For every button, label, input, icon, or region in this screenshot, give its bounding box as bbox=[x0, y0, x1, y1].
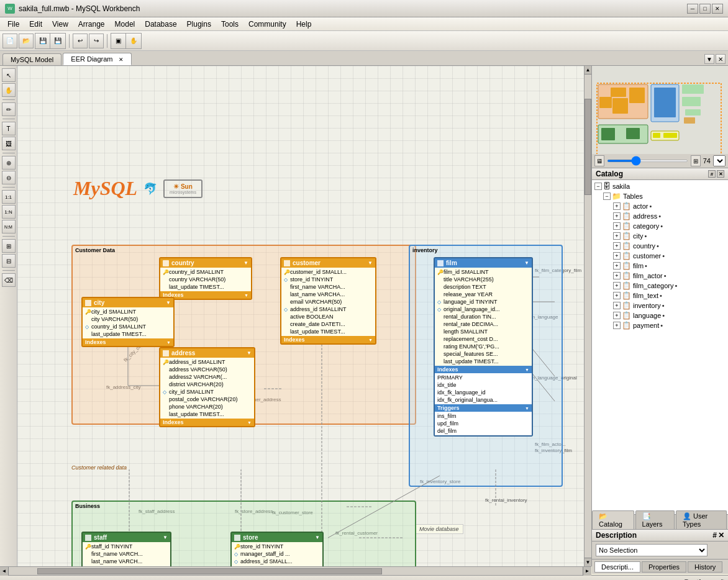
menu-file[interactable]: File bbox=[2, 19, 24, 30]
open-button[interactable]: 📂 bbox=[19, 34, 34, 48]
address-dropdown-icon[interactable]: ▼ bbox=[247, 350, 252, 356]
tree-expand-language[interactable]: + bbox=[613, 312, 621, 319]
hscroll-track[interactable] bbox=[9, 567, 583, 575]
tree-item-country[interactable]: + 📋 country • bbox=[593, 241, 727, 251]
catalog-tab-user-types[interactable]: 👤 User Types bbox=[676, 510, 727, 529]
city-indexes-header[interactable]: Indexes▼ bbox=[83, 338, 173, 346]
menu-plugins[interactable]: Plugins bbox=[182, 19, 216, 30]
zoom-out-btn[interactable]: 🖥 bbox=[594, 155, 604, 166]
film-indexes-header[interactable]: Indexes▼ bbox=[435, 366, 532, 373]
desc-close-button[interactable]: ✕ bbox=[718, 531, 724, 540]
tree-item-tables[interactable]: − 📁 Tables bbox=[593, 191, 727, 201]
zoom-in-tool[interactable]: ⊕ bbox=[2, 156, 16, 170]
indexes-dropdown-icon[interactable]: ▼ bbox=[247, 420, 252, 425]
city-table[interactable]: city ▼ 🔑city_id SMALLINT city VARCHAR(50… bbox=[81, 297, 175, 347]
country-dropdown-icon[interactable]: ▼ bbox=[243, 260, 248, 266]
arrow-tool[interactable]: ↖ bbox=[2, 68, 16, 82]
tree-expand-category[interactable]: + bbox=[613, 222, 621, 230]
country-table[interactable]: country ▼ 🔑country_id SMALLINT country V… bbox=[159, 257, 252, 300]
address-table[interactable]: address ▼ 🔑address_id SMALLINT address V… bbox=[159, 347, 255, 427]
tree-expand-film-actor[interactable]: + bbox=[613, 272, 621, 279]
undo-button[interactable]: ↩ bbox=[73, 34, 88, 48]
bottom-tab-properties[interactable]: Properties bbox=[642, 561, 686, 573]
tree-expand-address[interactable]: + bbox=[613, 212, 621, 220]
tree-item-city[interactable]: + 📋 city • bbox=[593, 231, 727, 241]
menu-community[interactable]: Community bbox=[243, 19, 291, 30]
window-controls[interactable]: ─ □ ✕ bbox=[687, 4, 723, 14]
tree-item-film-text[interactable]: + 📋 film_text • bbox=[593, 291, 727, 301]
indexes-dropdown-icon[interactable]: ▼ bbox=[244, 293, 248, 297]
desc-pin-button[interactable]: # bbox=[712, 531, 717, 540]
tree-expand-tables[interactable]: − bbox=[603, 193, 611, 200]
pan-tool[interactable]: ✋ bbox=[2, 83, 16, 97]
canvas-area[interactable]: Customer Data Customer related data inve… bbox=[17, 66, 591, 566]
catalog-tab-layers[interactable]: 📑 Layers bbox=[635, 510, 675, 529]
tree-expand-film[interactable]: + bbox=[613, 262, 621, 270]
menu-edit[interactable]: Edit bbox=[24, 19, 47, 30]
pencil-tool[interactable]: ✏ bbox=[2, 102, 16, 116]
relation3-tool[interactable]: N:M bbox=[2, 220, 16, 233]
new-button[interactable]: 📄 bbox=[2, 34, 17, 48]
tree-item-payment[interactable]: + 📋 payment • bbox=[593, 320, 727, 330]
store-dropdown-icon[interactable]: ▼ bbox=[315, 535, 320, 540]
scroll-left-button[interactable]: ◄ bbox=[0, 567, 9, 576]
tree-item-language[interactable]: + 📋 language • bbox=[593, 310, 727, 320]
bottom-tab-history[interactable]: History bbox=[688, 561, 722, 573]
close-button[interactable]: ✕ bbox=[712, 4, 723, 14]
film-table[interactable]: film ▼ 🔑film_id SMALLINT title VARCHAR(2… bbox=[434, 257, 533, 437]
tree-item-film-actor[interactable]: + 📋 film_actor • bbox=[593, 271, 727, 281]
tab-mysql-model[interactable]: MySQL Model bbox=[2, 53, 61, 65]
zoom-out-tool[interactable]: ⊖ bbox=[2, 171, 16, 184]
view-tool[interactable]: ⊟ bbox=[2, 254, 16, 268]
menu-arrange[interactable]: Arrange bbox=[73, 19, 110, 30]
scroll-down-button[interactable]: ▼ bbox=[585, 558, 591, 566]
menu-model[interactable]: Model bbox=[110, 19, 140, 30]
description-select[interactable]: No Selection bbox=[596, 544, 708, 556]
tree-item-inventory[interactable]: + 📋 inventory • bbox=[593, 301, 727, 310]
catalog-pin-button[interactable]: # bbox=[708, 170, 716, 178]
staff-table[interactable]: staff ▼ 🔑staff_id TINYINT first_name VAR… bbox=[81, 532, 171, 566]
minimize-button[interactable]: ─ bbox=[687, 4, 698, 14]
store-table[interactable]: store ▼ 🔑store_id TINYINT ◇manager_staff… bbox=[230, 532, 324, 566]
zoom-slider[interactable] bbox=[607, 160, 688, 162]
scroll-thumb[interactable] bbox=[585, 99, 591, 196]
save-button[interactable]: 💾 bbox=[35, 34, 50, 48]
tree-item-category[interactable]: + 📋 category • bbox=[593, 221, 727, 231]
indexes-dropdown-icon[interactable]: ▼ bbox=[525, 368, 529, 372]
canvas-vscrollbar[interactable]: ▲ ▼ bbox=[584, 66, 591, 566]
address-indexes-header[interactable]: Indexes▼ bbox=[160, 419, 254, 426]
tree-item-customer[interactable]: + 📋 customer • bbox=[593, 251, 727, 261]
staff-dropdown-icon[interactable]: ▼ bbox=[163, 535, 168, 540]
tab-eer-diagram[interactable]: EER Diagram ✕ bbox=[63, 53, 131, 65]
menu-database[interactable]: Database bbox=[140, 19, 181, 30]
tree-expand-city[interactable]: + bbox=[613, 232, 621, 240]
tree-expand-actor[interactable]: + bbox=[613, 202, 621, 210]
indexes-dropdown-icon[interactable]: ▼ bbox=[368, 338, 373, 342]
hscroll-thumb[interactable] bbox=[37, 568, 381, 574]
tab-close-all-button[interactable]: ✕ bbox=[716, 54, 726, 64]
eraser-tool[interactable]: ⌫ bbox=[2, 273, 16, 287]
text-tool[interactable]: T bbox=[2, 122, 16, 135]
tree-item-film[interactable]: + 📋 film • bbox=[593, 261, 727, 271]
tree-expand-sakila[interactable]: − bbox=[594, 183, 602, 190]
table-tool[interactable]: ⊞ bbox=[2, 239, 16, 253]
menu-view[interactable]: View bbox=[47, 19, 73, 30]
tree-item-sakila[interactable]: − 🗄 sakila bbox=[593, 181, 727, 191]
menu-tools[interactable]: Tools bbox=[216, 19, 243, 30]
tree-expand-payment[interactable]: + bbox=[613, 322, 621, 329]
tree-expand-country[interactable]: + bbox=[613, 242, 621, 250]
select-tool-button[interactable]: ▣ bbox=[111, 34, 126, 48]
catalog-close-button[interactable]: ✕ bbox=[717, 170, 724, 178]
tab-close-icon[interactable]: ✕ bbox=[119, 57, 124, 63]
customer-indexes-header[interactable]: Indexes▼ bbox=[281, 336, 375, 343]
city-dropdown-icon[interactable]: ▼ bbox=[166, 300, 171, 306]
maximize-button[interactable]: □ bbox=[699, 4, 711, 14]
customer-table[interactable]: customer ▼ 🔑customer_id SMALLI... ◇store… bbox=[280, 257, 376, 345]
relation2-tool[interactable]: 1:N bbox=[2, 205, 16, 219]
tab-minimize-button[interactable]: ▼ bbox=[704, 54, 714, 64]
tree-item-address[interactable]: + 📋 address • bbox=[593, 211, 727, 221]
relation1-tool[interactable]: 1:1 bbox=[2, 190, 16, 204]
menu-help[interactable]: Help bbox=[291, 19, 317, 30]
hand-tool-button[interactable]: ✋ bbox=[126, 34, 141, 48]
scroll-right-button[interactable]: ► bbox=[583, 567, 591, 576]
